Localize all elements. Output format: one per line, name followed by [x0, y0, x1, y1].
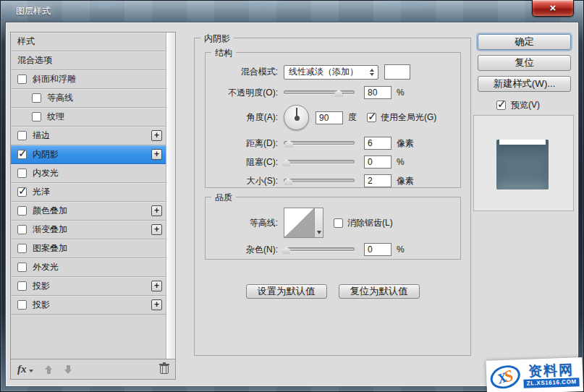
contour-checkbox[interactable] — [32, 93, 41, 103]
structure-group: 结构 混合模式: 线性减淡（添加） 不透明度(O): 80 % 角 — [205, 52, 461, 188]
sidebar-item-blending-options[interactable]: 混合选项 — [11, 51, 166, 70]
antialias-toggle[interactable]: 消除锯齿(L) — [334, 217, 393, 229]
drop-shadow-2-checkbox[interactable] — [17, 300, 27, 310]
item-label: 内发光 — [33, 167, 59, 179]
add-drop-shadow-2-button[interactable] — [151, 299, 162, 310]
angle-unit: 度 — [348, 111, 357, 124]
blend-mode-label: 混合模式: — [210, 66, 278, 78]
bevel-emboss-checkbox[interactable] — [17, 74, 27, 84]
move-up-icon[interactable] — [45, 365, 53, 374]
watermark: X S 资料网 ZL.XS1616.COM — [486, 357, 583, 392]
sidebar-item-inner-shadow[interactable]: 内阴影 — [11, 145, 166, 164]
noise-input[interactable]: 0 — [364, 243, 392, 256]
shadow-color-swatch[interactable] — [384, 64, 410, 80]
pattern-overlay-checkbox[interactable] — [17, 244, 27, 253]
preview-toggle[interactable]: 预览(V) — [496, 99, 540, 111]
set-default-button[interactable]: 设置为默认值 — [246, 284, 327, 299]
satin-checkbox[interactable] — [17, 187, 27, 197]
distance-slider[interactable] — [284, 138, 355, 148]
color-overlay-checkbox[interactable] — [17, 206, 27, 216]
preview-label: 预览(V) — [511, 99, 540, 111]
opacity-slider[interactable] — [284, 88, 355, 98]
item-label: 样式 — [17, 35, 35, 48]
layer-style-dialog: 图层样式 × 样式 混合选项 斜面和浮雕 等高线 纹理 描边 内阴影 内发光 光… — [0, 0, 584, 392]
style-list-sidebar: 样式 混合选项 斜面和浮雕 等高线 纹理 描边 内阴影 内发光 光泽 颜色叠加 … — [10, 32, 176, 380]
angle-input[interactable]: 90 — [316, 111, 343, 124]
contour-picker[interactable] — [284, 208, 323, 238]
use-global-light-toggle[interactable]: 使用全局光(G) — [367, 111, 436, 124]
noise-slider[interactable] — [284, 244, 355, 255]
item-label: 投影 — [33, 280, 50, 292]
inner-shadow-checkbox[interactable] — [17, 150, 27, 159]
watermark-site-url: ZL.XS1616.COM — [523, 378, 580, 388]
opacity-input[interactable]: 80 — [364, 86, 392, 99]
quality-group-title: 品质 — [211, 192, 236, 204]
antialias-checkbox[interactable] — [334, 218, 343, 228]
sidebar-item-outer-glow[interactable]: 外发光 — [11, 258, 166, 277]
contour-dropdown-arrow-icon[interactable] — [314, 208, 323, 237]
item-label: 等高线 — [47, 92, 73, 104]
ok-button[interactable]: 确定 — [478, 34, 571, 50]
spinner-icon — [370, 69, 374, 76]
sidebar-item-texture[interactable]: 纹理 — [11, 108, 166, 127]
style-list: 样式 混合选项 斜面和浮雕 等高线 纹理 描边 内阴影 内发光 光泽 颜色叠加 … — [11, 33, 175, 359]
move-down-icon[interactable] — [64, 365, 72, 374]
texture-checkbox[interactable] — [32, 112, 41, 122]
watermark-site-name: 资料网 — [528, 363, 575, 379]
preview-checkbox[interactable] — [496, 101, 506, 110]
sidebar-item-stroke[interactable]: 描边 — [11, 127, 166, 145]
reset-button[interactable]: 复位 — [478, 55, 571, 71]
new-style-button[interactable]: 新建样式(W)... — [478, 76, 571, 92]
choke-input[interactable]: 0 — [364, 155, 392, 169]
close-button[interactable]: × — [532, 0, 574, 17]
quality-group: 品质 等高线: 消除锯齿(L) 杂色(N): 0 — [205, 197, 461, 260]
noise-unit: % — [397, 244, 405, 255]
item-label: 颜色叠加 — [33, 205, 67, 217]
title-bar[interactable]: 图层样式 × — [0, 0, 584, 22]
stroke-checkbox[interactable] — [17, 131, 27, 140]
global-light-label: 使用全局光(G) — [381, 111, 436, 124]
sidebar-item-contour[interactable]: 等高线 — [11, 89, 166, 108]
sidebar-item-inner-glow[interactable]: 内发光 — [11, 164, 166, 183]
drop-shadow-1-checkbox[interactable] — [17, 281, 27, 291]
distance-input[interactable]: 6 — [364, 137, 392, 150]
add-inner-shadow-button[interactable] — [151, 149, 162, 160]
distance-unit: 像素 — [397, 137, 414, 150]
inner-glow-checkbox[interactable] — [17, 169, 27, 178]
sidebar-scrollbar[interactable] — [166, 33, 175, 359]
sidebar-item-drop-shadow-1[interactable]: 投影 — [11, 277, 166, 296]
item-label: 投影 — [33, 299, 50, 311]
choke-unit: % — [397, 157, 405, 167]
sidebar-item-styles[interactable]: 样式 — [11, 33, 166, 51]
item-label: 光泽 — [33, 186, 50, 198]
item-label: 描边 — [33, 129, 50, 142]
sidebar-item-color-overlay[interactable]: 颜色叠加 — [11, 202, 166, 221]
gradient-overlay-checkbox[interactable] — [17, 225, 27, 234]
add-gradient-overlay-button[interactable] — [151, 224, 162, 235]
blend-mode-select[interactable]: 线性减淡（添加） — [284, 65, 378, 80]
fx-menu-button[interactable]: fx — [17, 364, 33, 375]
delete-effect-icon[interactable] — [160, 365, 169, 374]
sidebar-item-pattern-overlay[interactable]: 图案叠加 — [11, 239, 166, 258]
sidebar-item-drop-shadow-2[interactable]: 投影 — [11, 296, 166, 315]
reset-default-button[interactable]: 复位为默认值 — [339, 284, 420, 299]
size-slider[interactable] — [284, 176, 355, 186]
sidebar-item-satin[interactable]: 光泽 — [11, 183, 166, 202]
style-preview-thumbnail — [496, 140, 549, 189]
item-label: 纹理 — [47, 111, 64, 123]
global-light-checkbox[interactable] — [367, 113, 376, 122]
add-color-overlay-button[interactable] — [151, 205, 162, 216]
item-label: 内阴影 — [33, 148, 59, 161]
sidebar-item-bevel-emboss[interactable]: 斜面和浮雕 — [11, 70, 166, 89]
add-stroke-button[interactable] — [151, 130, 162, 141]
watermark-logo-icon: X S — [487, 362, 523, 392]
angle-dial[interactable] — [284, 105, 309, 130]
sidebar-item-gradient-overlay[interactable]: 渐变叠加 — [11, 221, 166, 239]
angle-label: 角度(A): — [210, 111, 278, 124]
panel-title: 内阴影 — [200, 33, 234, 45]
add-drop-shadow-1-button[interactable] — [151, 281, 162, 291]
size-input[interactable]: 2 — [364, 174, 392, 187]
outer-glow-checkbox[interactable] — [17, 263, 27, 272]
choke-slider[interactable] — [284, 157, 355, 167]
contour-thumbnail — [284, 208, 314, 237]
